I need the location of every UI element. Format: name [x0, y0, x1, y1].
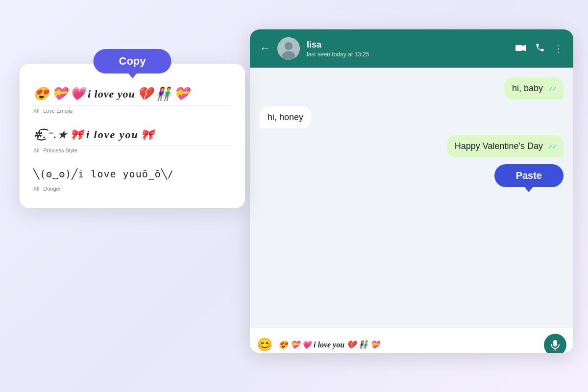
header-icons: ⋮ [515, 43, 564, 55]
princess-text: i love you [86, 128, 139, 141]
tag-label-1: Love Emojis [43, 108, 73, 114]
tag-label-3: Donger [43, 186, 61, 192]
love-emojis-row: 😍 💝 💗 i love you 💔 👫 💝 [33, 77, 231, 106]
princess-bow-left: 🎀 [70, 128, 84, 141]
tag-all-2: All [33, 147, 39, 153]
contact-status: last seen today at 13:25 [307, 51, 509, 58]
love-emojis-text: i love you [88, 88, 135, 100]
chat-header: ← lisa last seen today at 13:25 [250, 29, 573, 68]
love-emojis-icon-4: 💔 [137, 86, 153, 101]
chat-panel: ← lisa last seen today at 13:25 [250, 29, 573, 353]
princess-tags: All Princess Style [33, 147, 231, 153]
message-received-1: hi, honey [260, 106, 311, 128]
message-sent-1: hi, baby ✓✓ [504, 77, 564, 99]
emoji-button[interactable]: 😊 [257, 337, 272, 352]
mic-button[interactable] [544, 334, 566, 353]
love-emojis-icon-1: 😍 [33, 86, 49, 101]
double-check-2: ✓✓ [548, 143, 556, 150]
message-input[interactable] [278, 341, 538, 349]
love-emojis-icon-6: 💝 [173, 86, 190, 101]
princess-symbols-left: ✲͜͡.⁻.★ [33, 129, 68, 141]
svg-marker-4 [522, 45, 526, 51]
more-options-icon[interactable]: ⋮ [554, 43, 564, 54]
avatar [277, 37, 300, 60]
paste-badge-wrapper: Paste [494, 164, 564, 187]
message-text-1: hi, baby [512, 83, 543, 94]
back-arrow-icon[interactable]: ← [260, 42, 270, 55]
love-emojis-icon-5: 👫 [155, 86, 172, 101]
contact-info: lisa last seen today at 13:25 [307, 40, 509, 58]
copy-panel: Copy 😍 💝 💗 i love you 💔 👫 💝 All Love Emo… [20, 64, 245, 208]
love-emojis-icon-3: 💗 [70, 86, 86, 101]
princess-bow-right: 🎀 [141, 128, 155, 141]
tag-all-3: All [33, 186, 39, 192]
tag-all-1: All [33, 108, 39, 114]
chat-input-area: 😊 [250, 327, 573, 353]
donger-text: ╲(ʘ‿ʘ)╱i love youō_ō╲/ [33, 168, 174, 180]
tag-label-2: Princess Style [43, 147, 77, 153]
donger-tags: All Donger [33, 186, 231, 192]
svg-rect-3 [515, 45, 522, 51]
message-text-2: hi, honey [268, 112, 303, 122]
paste-badge[interactable]: Paste [494, 164, 564, 187]
svg-rect-5 [553, 340, 557, 346]
contact-name: lisa [307, 40, 509, 50]
double-check-1: ✓✓ [548, 85, 556, 93]
love-emojis-icon-2: 💝 [51, 86, 68, 101]
love-emojis-tags: All Love Emojis [33, 108, 231, 114]
video-call-icon[interactable] [515, 43, 526, 54]
message-text-3: Happy Valentine's Day [455, 141, 543, 151]
chat-body: hi, baby ✓✓ hi, honey Happy Valentine's … [250, 68, 573, 327]
donger-row: ╲(ʘ‿ʘ)╱i love youō_ō╲/ [33, 160, 231, 184]
princess-style-row: ✲͜͡.⁻.★ 🎀 i love you 🎀 [33, 121, 231, 146]
message-sent-2: Happy Valentine's Day ✓✓ [447, 135, 564, 157]
copy-badge[interactable]: Copy [94, 49, 172, 74]
svg-point-1 [285, 42, 293, 50]
phone-call-icon[interactable] [535, 43, 545, 55]
